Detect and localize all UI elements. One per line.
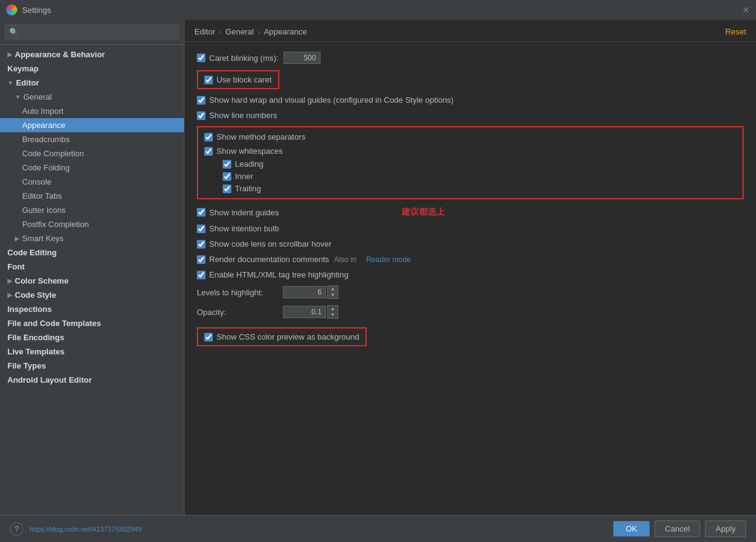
sidebar-item-general[interactable]: ▼ General [0,90,184,104]
sidebar-item-label: Editor [16,78,39,87]
use-block-caret-checkbox[interactable] [204,76,213,84]
sidebar-item-label: Gutter Icons [22,205,66,215]
inner-checkbox[interactable] [223,172,231,181]
sidebar-item-appearance-behavior[interactable]: ▶ Appearance & Behavior [0,47,184,62]
show-whitespaces-row: Show whitespaces [204,146,736,156]
reader-mode-link[interactable]: Reader mode [366,255,411,264]
sidebar-item-appearance[interactable]: Appearance [0,118,184,132]
use-block-caret-label[interactable]: Use block caret [204,75,272,84]
show-css-color-row: Show CSS color preview as background [204,332,359,341]
show-code-lens-checkbox[interactable] [197,240,205,249]
show-hard-wrap-label[interactable]: Show hard wrap and visual guides (config… [197,95,453,105]
show-code-lens-row: Show code lens on scrollbar hover [197,239,744,249]
inner-text: Inner [235,172,253,181]
show-hard-wrap-checkbox[interactable] [197,96,205,105]
chevron-icon: ▶ [7,292,12,298]
trailing-checkbox[interactable] [223,185,231,193]
sidebar-item-label: Editor Tabs [22,191,62,201]
opacity-row: Opacity: ▲ ▼ [197,305,744,319]
caret-blinking-input[interactable] [284,52,320,64]
sidebar-item-file-types[interactable]: File Types [0,359,184,373]
show-method-separators-checkbox[interactable] [204,133,213,141]
sidebar-item-code-editing[interactable]: Code Editing [0,245,184,260]
sidebar-item-editor[interactable]: ▼ Editor [0,76,184,90]
caret-blinking-checkbox[interactable] [197,54,205,62]
show-indent-guides-checkbox[interactable] [197,208,205,217]
content-scroll: Caret blinking (ms): Use block caret Sho… [185,42,756,515]
sidebar-item-editor-tabs[interactable]: Editor Tabs [0,189,184,203]
sidebar-item-file-code-templates[interactable]: File and Code Templates [0,316,184,330]
show-line-numbers-checkbox[interactable] [197,111,205,120]
sidebar-item-postfix-completion[interactable]: Postfix Completion [0,217,184,231]
sidebar-item-label: Keymap [7,64,39,73]
show-intention-bulb-checkbox[interactable] [197,225,205,233]
opacity-input[interactable] [283,306,326,318]
render-doc-comments-label[interactable]: Render documentation comments [197,255,329,264]
sidebar-item-file-encodings[interactable]: File Encodings [0,330,184,345]
reset-button[interactable]: Reset [725,27,746,36]
apply-button[interactable]: Apply [705,520,746,537]
close-button[interactable]: ✕ [742,4,750,16]
levels-highlight-down-btn[interactable]: ▼ [328,292,338,298]
sidebar-item-gutter-icons[interactable]: Gutter Icons [0,203,184,217]
leading-label[interactable]: Leading [223,159,263,169]
sidebar-item-label: Appearance [22,121,65,130]
sidebar-item-label: File Types [7,361,46,370]
help-button[interactable]: ? [10,522,23,536]
sidebar-item-android-layout[interactable]: Android Layout Editor [0,373,184,387]
render-doc-comments-checkbox[interactable] [197,255,205,264]
sidebar-item-keymap[interactable]: Keymap [0,62,184,76]
sidebar-item-code-folding[interactable]: Code Folding [0,161,184,175]
enable-html-xml-checkbox[interactable] [197,271,205,279]
show-method-separators-text: Show method separators [217,132,306,141]
show-css-color-text: Show CSS color preview as background [217,332,359,341]
show-code-lens-label[interactable]: Show code lens on scrollbar hover [197,239,332,249]
show-line-numbers-text: Show line numbers [209,111,277,120]
leading-checkbox[interactable] [223,160,231,169]
search-input[interactable] [5,25,179,39]
show-intention-bulb-label[interactable]: Show intention bulb [197,224,279,233]
show-whitespaces-checkbox[interactable] [204,147,213,156]
sidebar-item-inspections[interactable]: Inspections [0,302,184,316]
css-color-preview-box: Show CSS color preview as background [197,327,367,346]
indent-guides-row-container: Show indent guides 建议都选上 [197,207,744,218]
sidebar-item-color-scheme[interactable]: ▶ Color Scheme [0,274,184,288]
show-css-color-label[interactable]: Show CSS color preview as background [204,332,359,341]
levels-highlight-up-btn[interactable]: ▲ [328,286,338,292]
trailing-label[interactable]: Trailing [223,184,261,193]
sidebar-item-label: Console [22,177,52,186]
show-indent-guides-row: Show indent guides [197,208,279,217]
sidebar-item-live-templates[interactable]: Live Templates [0,345,184,359]
sidebar-item-auto-import[interactable]: Auto Import [0,104,184,118]
sidebar-item-font[interactable]: Font [0,260,184,274]
breadcrumb-part1: Editor [194,27,215,36]
sidebar-item-code-style[interactable]: ▶ Code Style [0,288,184,302]
inner-label[interactable]: Inner [223,172,253,181]
enable-html-xml-row: Enable HTML/XML tag tree highlighting [197,270,744,279]
ok-button[interactable]: OK [613,521,650,536]
opacity-down-btn[interactable]: ▼ [328,312,338,318]
sidebar-item-smart-keys[interactable]: ▶ Smart Keys [0,231,184,245]
cancel-button[interactable]: Cancel [655,520,700,537]
levels-highlight-spinner-btns: ▲ ▼ [327,285,338,299]
sidebar-item-console[interactable]: Console [0,175,184,189]
show-method-separators-label[interactable]: Show method separators [204,132,306,141]
caret-blinking-label[interactable]: Caret blinking (ms): [197,54,279,63]
trailing-row: Trailing [223,184,736,193]
sidebar-item-code-completion[interactable]: Code Completion [0,146,184,161]
sidebar-item-label: Auto Import [22,106,63,116]
show-css-color-checkbox[interactable] [204,333,213,341]
sidebar-item-label: Color Scheme [15,276,68,285]
levels-highlight-input[interactable] [283,286,326,298]
show-indent-guides-label[interactable]: Show indent guides [197,208,279,217]
opacity-up-btn[interactable]: ▲ [328,306,338,312]
footer-right: OK Cancel Apply [613,520,746,537]
dialog-title: Settings [22,6,51,15]
dialog-footer: ? https://blog.csdn.net/A137175302949 OK… [0,515,756,542]
sidebar-item-breadcrumbs[interactable]: Breadcrumbs [0,132,184,146]
leading-text: Leading [235,159,263,169]
show-line-numbers-label[interactable]: Show line numbers [197,111,277,120]
enable-html-xml-label[interactable]: Enable HTML/XML tag tree highlighting [197,270,348,279]
search-box-container: 🔍 [0,20,184,45]
show-whitespaces-label[interactable]: Show whitespaces [204,146,283,156]
